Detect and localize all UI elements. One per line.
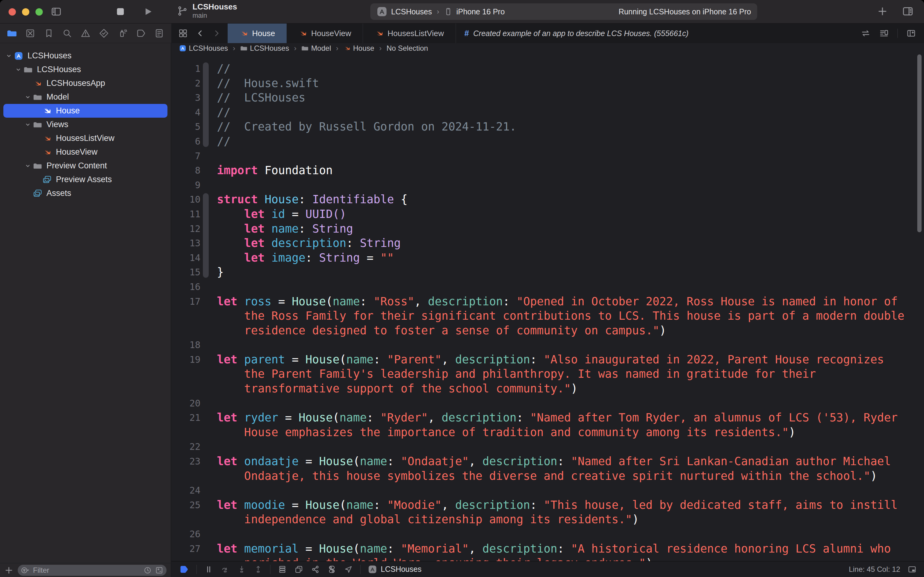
close-window-button[interactable] [8,8,16,16]
sidebar-item-views[interactable]: Views [0,118,171,131]
line-number[interactable]: 13 [171,236,200,251]
editor-scrollbar[interactable] [917,55,922,232]
activity-view[interactable]: LCSHouses › iPhone 16 Pro Running LCSHou… [370,3,757,20]
source-control-filter-icon[interactable] [155,566,163,575]
jump-bar[interactable]: LCSHouses›LCSHouses›Model›House›No Selec… [171,43,924,53]
line-number[interactable] [171,309,200,323]
scheme-title[interactable]: LCSHouses main [177,2,237,19]
line-number[interactable]: 7 [171,149,200,163]
breakpoints-navigator-icon[interactable] [136,28,146,39]
go-forward-icon[interactable] [212,29,221,38]
line-number[interactable]: 9 [171,178,200,193]
line-number[interactable] [171,367,200,381]
line-number[interactable]: 1 [171,61,200,76]
sidebar-item-houseslistview[interactable]: HousesListView [0,131,171,145]
step-out-icon[interactable] [254,565,263,574]
go-back-icon[interactable] [196,29,204,38]
filter-field[interactable]: Filter [18,565,167,576]
commit-banner[interactable]: # Created example of an app to describe … [456,24,697,43]
run-button[interactable] [142,6,153,17]
sidebar-item-model[interactable]: Model [0,90,171,104]
breadcrumb-item[interactable]: LCSHouses [179,44,228,53]
line-number[interactable]: 26 [171,527,200,542]
chevron-down-icon[interactable] [23,163,32,169]
line-number[interactable]: 2 [171,76,200,91]
reports-navigator-icon[interactable] [154,28,164,39]
pause-execution-icon[interactable] [204,565,213,574]
sidebar-item-preview-assets[interactable]: Preview Assets [0,172,171,187]
line-number[interactable] [171,556,200,561]
debug-navigator-icon[interactable] [118,28,128,39]
sidebar-item-lcshousesapp[interactable]: LCSHousesApp [0,76,171,90]
tests-navigator-icon[interactable] [99,28,109,39]
step-over-icon[interactable] [221,565,230,574]
line-number[interactable]: 12 [171,222,200,236]
minimize-window-button[interactable] [22,8,29,16]
add-file-button[interactable] [4,566,13,575]
line-number[interactable]: 20 [171,396,200,411]
chevron-down-icon[interactable] [4,53,13,59]
memory-graph-icon[interactable] [294,565,303,574]
chevron-down-icon[interactable] [23,94,32,100]
breadcrumb-item[interactable]: No Selection [386,44,428,53]
line-number[interactable]: 11 [171,207,200,222]
sidebar-item-lcshouses[interactable]: LCSHouses [0,63,171,76]
bookmarks-navigator-icon[interactable] [44,28,54,39]
sidebar-item-lcshouses[interactable]: LCSHouses [0,49,171,63]
tab-houseslistview[interactable]: HousesListView [363,24,456,43]
view-debugger-icon[interactable] [278,565,287,574]
line-number[interactable]: 5 [171,119,200,134]
breadcrumb-item[interactable]: LCSHouses [240,44,289,53]
line-number[interactable] [171,512,200,527]
related-items-icon[interactable] [178,28,188,38]
toggle-inspector-icon[interactable] [902,5,914,17]
line-number[interactable] [171,381,200,396]
running-process[interactable]: LCSHouses [368,565,421,574]
toggle-navigator-icon[interactable] [51,6,62,17]
library-add-icon[interactable] [877,6,888,17]
line-number[interactable]: 23 [171,454,200,469]
line-number[interactable] [171,425,200,440]
line-number[interactable]: 4 [171,105,200,120]
source-control-changes-icon[interactable] [25,28,35,39]
run-destination[interactable]: iPhone 16 Pro [456,7,504,16]
project-navigator-icon[interactable] [7,28,17,39]
line-number[interactable]: 14 [171,251,200,265]
stop-button[interactable] [115,6,126,17]
tab-houseview[interactable]: HouseView [287,24,363,43]
line-number[interactable]: 6 [171,134,200,149]
breadcrumb-item[interactable]: Model [301,44,331,53]
line-number[interactable]: 27 [171,542,200,556]
step-into-icon[interactable] [237,565,246,574]
chevron-down-icon[interactable] [23,121,32,128]
issues-navigator-icon[interactable] [80,28,91,39]
active-scheme[interactable]: LCSHouses [391,7,432,16]
environment-overrides-icon[interactable] [327,565,336,574]
line-number[interactable] [171,323,200,338]
toggle-breakpoints-icon[interactable] [179,564,189,575]
line-number[interactable]: 21 [171,411,200,425]
sidebar-item-house[interactable]: House [3,104,167,118]
source-editor[interactable]: 1//2// House.swift3// LCSHouses4//5// Cr… [171,53,924,561]
line-number[interactable]: 3 [171,90,200,105]
line-number[interactable]: 10 [171,192,200,207]
line-number[interactable]: 18 [171,338,200,352]
gpu-debugger-icon[interactable] [311,565,320,574]
find-navigator-icon[interactable] [62,28,72,39]
line-number[interactable] [171,469,200,484]
line-number[interactable]: 8 [171,163,200,178]
code-review-icon[interactable] [861,28,871,38]
sidebar-item-assets[interactable]: Assets [0,187,171,200]
sidebar-item-preview-content[interactable]: Preview Content [0,159,171,172]
chevron-down-icon[interactable] [14,66,23,73]
line-number[interactable]: 16 [171,280,200,294]
add-editor-icon[interactable] [906,28,916,38]
line-number[interactable]: 22 [171,440,200,454]
recent-files-icon[interactable] [143,566,152,575]
sidebar-item-houseview[interactable]: HouseView [0,145,171,159]
editor-options-icon[interactable] [879,28,889,38]
line-number[interactable]: 17 [171,294,200,309]
zoom-window-button[interactable] [35,8,43,16]
line-number[interactable]: 19 [171,352,200,367]
debug-area-toggle-icon[interactable] [908,565,917,574]
